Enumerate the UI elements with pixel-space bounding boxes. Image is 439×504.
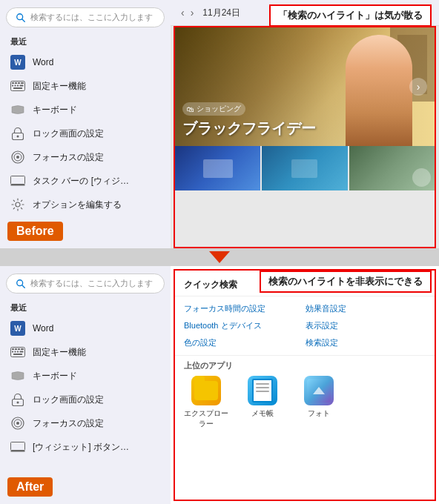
taskbar-icon bbox=[10, 173, 25, 188]
svg-rect-23 bbox=[12, 348, 14, 350]
before-right-panel: ‹ › 11月24日 ··· b 🛍 bbox=[171, 0, 439, 248]
after-menu-item-focus[interactable]: フォーカスの設定 bbox=[0, 411, 171, 435]
svg-rect-24 bbox=[15, 348, 17, 350]
after-menu-item-taskbar[interactable]: [ウィジェット] ボタンの表示を制... bbox=[0, 435, 171, 459]
after-keyboard2-icon bbox=[10, 368, 25, 383]
top-apps-title: 上位のアプリ bbox=[184, 360, 426, 371]
svg-rect-30 bbox=[20, 351, 24, 353]
after-taskbar-icon bbox=[10, 440, 25, 454]
svg-point-13 bbox=[17, 136, 19, 138]
thumbnail-2 bbox=[262, 146, 347, 190]
quick-link-5[interactable]: 検索設定 bbox=[306, 335, 426, 351]
menu-item-options[interactable]: オプションを編集する bbox=[0, 193, 171, 216]
thumbnail-row bbox=[175, 146, 435, 190]
note-line-3 bbox=[256, 391, 269, 392]
svg-line-21 bbox=[22, 285, 25, 288]
svg-point-33 bbox=[17, 402, 19, 404]
svg-rect-28 bbox=[15, 351, 16, 353]
after-word-icon: W bbox=[10, 321, 25, 336]
menu-item-keyboard-label: キーボード bbox=[33, 104, 77, 116]
down-arrow-icon bbox=[209, 251, 230, 263]
top-apps-section: 上位のアプリ エクスプローラー bbox=[175, 356, 435, 434]
menu-item-lock-screen[interactable]: ロック画面の設定 bbox=[0, 122, 171, 145]
before-section-label: 最近 bbox=[0, 33, 171, 50]
quick-link-4[interactable]: 色の設定 bbox=[184, 335, 304, 351]
before-search-placeholder: 検索するには、ここに入力します bbox=[30, 12, 153, 23]
svg-rect-5 bbox=[18, 82, 20, 84]
notepad-icon bbox=[248, 376, 277, 405]
quick-link-1[interactable]: 効果音設定 bbox=[306, 301, 426, 316]
before-highlight-box: 🛍 ショッピング ブラックフライデー › bbox=[174, 26, 436, 248]
keyboard-icon bbox=[10, 79, 25, 93]
before-search-panel: 検索するには、ここに入力します 最近 W Word bbox=[0, 0, 171, 248]
app-label-photos: フォト bbox=[308, 408, 330, 419]
after-menu-item-lock[interactable]: ロック画面の設定 bbox=[0, 388, 171, 411]
menu-item-focus-label: フォーカスの設定 bbox=[33, 151, 104, 164]
note-line-1 bbox=[256, 383, 269, 385]
quick-link-3[interactable]: 表示設定 bbox=[306, 318, 426, 334]
quick-link-2[interactable]: Bluetooth とデバイス bbox=[184, 318, 304, 334]
svg-rect-31 bbox=[13, 354, 22, 355]
app-label-explorer: エクスプローラー bbox=[184, 408, 228, 429]
app-item-explorer[interactable]: エクスプローラー bbox=[184, 376, 228, 429]
after-right-panel: クイック検索 ··· b フォーカス時間の設定 効果音設定 Bluetooth … bbox=[171, 266, 439, 504]
keyboard2-icon bbox=[10, 102, 25, 117]
search-icon bbox=[16, 13, 26, 23]
before-callout: 「検索のハイライト」は気が散る bbox=[269, 4, 432, 27]
svg-point-16 bbox=[16, 156, 19, 159]
after-section: 検索のハイライトを非表示にできる 検索するには、ここに入力します 最近 W bbox=[0, 266, 439, 504]
after-highlight-box: クイック検索 ··· b フォーカス時間の設定 効果音設定 Bluetooth … bbox=[174, 269, 436, 501]
before-search-bar[interactable]: 検索するには、ここに入力します bbox=[6, 7, 165, 27]
after-menu-item-taskbar-label: [ウィジェット] ボタンの表示を制... bbox=[33, 441, 136, 454]
svg-rect-10 bbox=[20, 85, 24, 87]
menu-item-fixed-keys-label: 固定キー機能 bbox=[33, 80, 86, 93]
menu-item-word[interactable]: W Word bbox=[0, 50, 171, 74]
svg-point-36 bbox=[16, 422, 19, 425]
app-item-photos[interactable]: フォト bbox=[297, 376, 341, 429]
after-menu-item-keyboard[interactable]: キーボード bbox=[0, 364, 171, 388]
svg-rect-25 bbox=[18, 348, 20, 350]
svg-rect-27 bbox=[12, 351, 13, 353]
lock-icon bbox=[10, 126, 25, 141]
menu-item-focus[interactable]: フォーカスの設定 bbox=[0, 145, 171, 169]
after-menu-item-word[interactable]: W Word bbox=[0, 316, 171, 340]
word-icon: W bbox=[10, 55, 25, 70]
menu-item-taskbar[interactable]: タスク バーの [ウィジェット] ボタンの表示を... bbox=[0, 169, 171, 193]
after-section-label: 最近 bbox=[0, 299, 171, 316]
hero-next-arrow[interactable]: › bbox=[409, 78, 427, 96]
svg-rect-8 bbox=[15, 85, 16, 87]
menu-item-taskbar-label: タスク バーの [ウィジェット] ボタンの表示を... bbox=[33, 175, 136, 188]
after-menu-item-fixed-keys-label: 固定キー機能 bbox=[33, 346, 86, 359]
svg-line-1 bbox=[22, 19, 25, 21]
after-layout: 検索するには、ここに入力します 最近 W Word bbox=[0, 266, 439, 504]
focus-icon bbox=[10, 150, 25, 165]
before-label: Before bbox=[7, 222, 63, 241]
photos-shape bbox=[307, 379, 331, 402]
thumbnail-3 bbox=[349, 146, 435, 190]
mountain-icon bbox=[313, 387, 325, 394]
nav-back-arrow[interactable]: ‹ bbox=[181, 7, 185, 19]
explorer-icon bbox=[191, 376, 221, 405]
svg-rect-7 bbox=[12, 85, 13, 87]
menu-item-lock-screen-label: ロック画面の設定 bbox=[33, 127, 104, 140]
nav-forward-arrow[interactable]: › bbox=[191, 7, 194, 19]
before-layout: 検索するには、ここに入力します 最近 W Word bbox=[0, 0, 439, 248]
after-menu-item-lock-label: ロック画面の設定 bbox=[33, 394, 104, 406]
folder-shape bbox=[194, 381, 218, 400]
app-item-notepad[interactable]: メモ帳 bbox=[240, 376, 285, 429]
svg-rect-18 bbox=[11, 185, 25, 186]
after-menu-item-keyboard-label: キーボード bbox=[33, 370, 77, 382]
after-search-bar[interactable]: 検索するには、ここに入力します bbox=[6, 273, 165, 294]
after-label: After bbox=[7, 477, 53, 497]
svg-point-19 bbox=[16, 202, 20, 207]
thumbnail-1 bbox=[175, 146, 260, 190]
menu-item-keyboard[interactable]: キーボード bbox=[0, 98, 171, 122]
options-icon bbox=[10, 197, 25, 212]
after-menu-item-fixed-keys[interactable]: 固定キー機能 bbox=[0, 340, 171, 364]
quick-link-0[interactable]: フォーカス時間の設定 bbox=[184, 301, 304, 316]
before-section: 「検索のハイライト」は気が散る 検索するには、ここに入力します 最近 W bbox=[0, 0, 439, 248]
menu-item-fixed-keys[interactable]: 固定キー機能 bbox=[0, 74, 171, 98]
main-container: 「検索のハイライト」は気が散る 検索するには、ここに入力します 最近 W bbox=[0, 0, 439, 504]
after-callout: 検索のハイライトを非表示にできる bbox=[260, 271, 432, 293]
after-menu-item-word-label: Word bbox=[33, 323, 53, 334]
